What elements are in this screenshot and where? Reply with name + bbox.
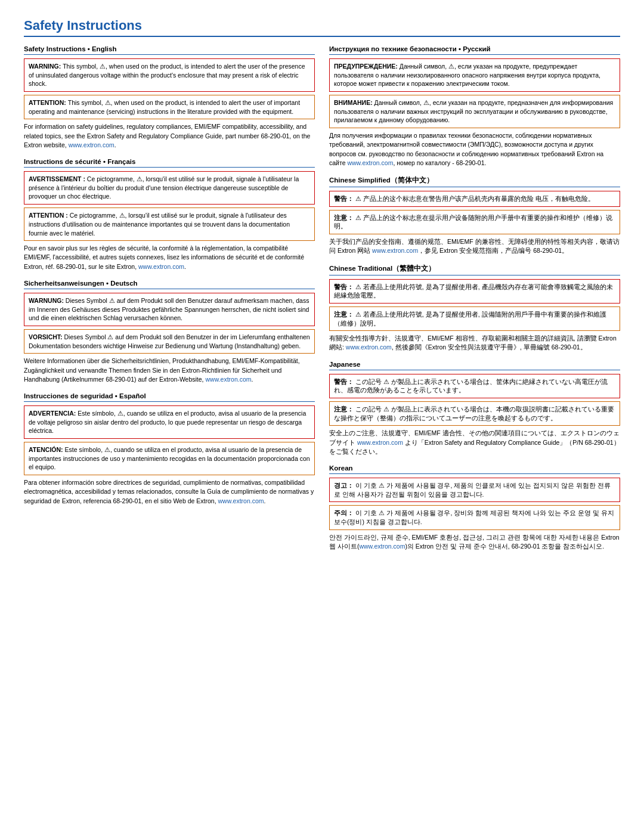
- warning-label: WARNING:: [29, 63, 63, 70]
- extron-link[interactable]: www.extron.com: [205, 376, 251, 383]
- warning-box-spanish-0: ADVERTENCIA: Este símbolo, ⚠, cuando se …: [24, 405, 315, 439]
- warning-box-german-0: WARNUNG: Dieses Symbol ⚠ auf dem Produkt…: [24, 293, 315, 326]
- section-spanish: Instrucciones de seguridad • EspañolADVE…: [24, 392, 315, 506]
- warning-box-korean-0: 경고： 이 기호 ⚠ 가 제품에 사용될 경우, 제품의 인클로저 내에 있는 …: [329, 478, 620, 502]
- body-text-spanish: Para obtener información sobre directric…: [24, 478, 315, 506]
- section-japanese: Japanese警告： この記号 ⚠ が製品上に表示されている場合は、筐体内に絶…: [329, 361, 620, 456]
- attention-box-japanese-1: 注意： この記号 ⚠ が製品上に表示されている場合は、本機の取扱説明書に記載され…: [329, 401, 620, 426]
- attention-label: 注意：: [334, 405, 355, 413]
- section-title-russian: Инструкция по технике безопасности • Рус…: [329, 45, 620, 55]
- section-title-korean: Korean: [329, 465, 620, 474]
- body-text-korean: 안전 가이드라인, 규제 준수, EMI/EMF 호환성, 접근성, 그리고 관…: [329, 533, 620, 551]
- attention-box-english-1: ATTENTION: This symbol, ⚠, when used on …: [24, 95, 315, 119]
- body-text-chinese-simplified: 关于我们产品的安全指南、遵循的规范、EMI/EMF 的兼容性、无障碍使用的特性等…: [329, 237, 620, 255]
- attention-box-chinese-simplified-1: 注意： ⚠ 产品上的这个标志意在提示用户设备随附的用户手册中有重要的操作和维护（…: [329, 210, 620, 234]
- main-content: Safety Instructions • EnglishWARNING: Th…: [24, 45, 620, 559]
- attention-box-french-1: ATTENTION : Ce pictogramme, ⚠, lorsqu'il…: [24, 208, 315, 241]
- attention-label: 注意：: [334, 311, 355, 318]
- extron-link[interactable]: www.extron.com: [357, 439, 403, 446]
- section-title-japanese: Japanese: [329, 361, 620, 370]
- warning-label: ADVERTENCIA:: [29, 410, 78, 417]
- extron-link[interactable]: www.extron.com: [138, 263, 184, 270]
- section-chinese-simplified: Chinese Simplified（简体中文）警告： ⚠ 产品上的这个标志意在…: [329, 176, 620, 256]
- body-text-english: For information on safety guidelines, re…: [24, 122, 315, 150]
- attention-label: 注意：: [334, 214, 355, 221]
- warning-box-russian-0: ПРЕДУПРЕЖДЕНИЕ: Данный символ, ⚠, если у…: [329, 58, 620, 92]
- warning-label: ПРЕДУПРЕЖДЕНИЕ:: [334, 63, 400, 70]
- attention-box-russian-1: ВНИМАНИЕ: Данный символ, ⚠, если указан …: [329, 95, 620, 128]
- extron-link[interactable]: www.extron.com: [372, 247, 418, 254]
- warning-label: 警告：: [334, 378, 355, 385]
- warning-box-french-0: AVERTISSEMENT : Ce pictogramme, ⚠, lorsq…: [24, 171, 315, 205]
- body-text-russian: Для получения информации о правилах техн…: [329, 131, 620, 168]
- section-english: Safety Instructions • EnglishWARNING: Th…: [24, 45, 315, 150]
- section-korean: Korean경고： 이 기호 ⚠ 가 제품에 사용될 경우, 제품의 인클로저 …: [329, 465, 620, 551]
- right-column: Инструкция по технике безопасности • Рус…: [329, 45, 620, 559]
- attention-box-korean-1: 주의： 이 기호 ⚠ 가 제품에 사용될 경우, 장비와 함께 제공된 책자에 …: [329, 505, 620, 529]
- attention-box-chinese-traditional-1: 注意： ⚠ 若產品上使用此符號, 是為了提醒使用者, 設備隨附的用戶手冊中有重要…: [329, 306, 620, 331]
- extron-link[interactable]: www.extron.com: [359, 543, 405, 550]
- section-russian: Инструкция по технике безопасности • Рус…: [329, 45, 620, 168]
- extron-link[interactable]: www.extron.com: [218, 497, 264, 504]
- warning-box-chinese-traditional-0: 警告： ⚠ 若產品上使用此符號, 是為了提醒使用者, 產品機殼內存在著可能會導致…: [329, 279, 620, 304]
- extron-link[interactable]: www.extron.com: [346, 343, 392, 351]
- attention-label: ВНИМАНИЕ:: [334, 99, 374, 106]
- attention-label: ATTENTION :: [29, 212, 70, 219]
- section-title-spanish: Instrucciones de seguridad • Español: [24, 392, 315, 402]
- warning-label: AVERTISSEMENT :: [29, 175, 87, 182]
- section-title-french: Instructions de sécurité • Français: [24, 158, 315, 168]
- section-title-german: Sicherheitsanweisungen • Deutsch: [24, 280, 315, 289]
- attention-label: ATENCIÓN:: [29, 446, 64, 453]
- body-text-french: Pour en savoir plus sur les règles de sé…: [24, 244, 315, 271]
- warning-label: WARNUNG:: [29, 297, 66, 304]
- warning-label: 警告：: [334, 283, 355, 290]
- section-chinese-traditional: Chinese Traditional（繁體中文）警告： ⚠ 若產品上使用此符號…: [329, 264, 620, 352]
- warning-box-japanese-0: 警告： この記号 ⚠ が製品上に表示されている場合は、筐体内に絶縁されていない高…: [329, 374, 620, 398]
- section-title-chinese-simplified: Chinese Simplified（简体中文）: [329, 176, 620, 187]
- section-title-chinese-traditional: Chinese Traditional（繁體中文）: [329, 264, 620, 275]
- attention-label: ATTENTION:: [29, 99, 68, 106]
- extron-link[interactable]: www.extron.com: [347, 159, 393, 166]
- body-text-japanese: 安全上のご注意、法規遵守、EMI/EMF 適合性、その他の関連項目については、エ…: [329, 429, 620, 456]
- attention-label: VORSICHT:: [29, 333, 64, 340]
- warning-label: 警告：: [334, 195, 355, 202]
- extron-link[interactable]: www.extron.com: [69, 141, 114, 148]
- section-german: Sicherheitsanweisungen • DeutschWARNUNG:…: [24, 280, 315, 384]
- attention-box-german-1: VORSICHT: Dieses Symbol ⚠ auf dem Produk…: [24, 329, 315, 354]
- page-title: Safety Instructions: [24, 18, 620, 37]
- warning-box-chinese-simplified-0: 警告： ⚠ 产品上的这个标志意在警告用户该产品机壳内有暴露的危险 电压，有触电危…: [329, 191, 620, 207]
- body-text-chinese-traditional: 有關安全性指導方針、法規遵守、EMI/EMF 相容性、存取範圍和相關主題的詳細資…: [329, 334, 620, 352]
- section-french: Instructions de sécurité • FrançaisAVERT…: [24, 158, 315, 271]
- warning-label: 경고：: [334, 482, 355, 489]
- warning-box-english-0: WARNING: This symbol, ⚠, when used on th…: [24, 58, 315, 92]
- attention-label: 주의：: [334, 509, 355, 516]
- left-column: Safety Instructions • EnglishWARNING: Th…: [24, 45, 315, 559]
- section-title-english: Safety Instructions • English: [24, 45, 315, 55]
- attention-box-spanish-1: ATENCIÓN: Este símbolo, ⚠, cuando se uti…: [24, 442, 315, 475]
- body-text-german: Weitere Informationen über die Sicherhei…: [24, 357, 315, 384]
